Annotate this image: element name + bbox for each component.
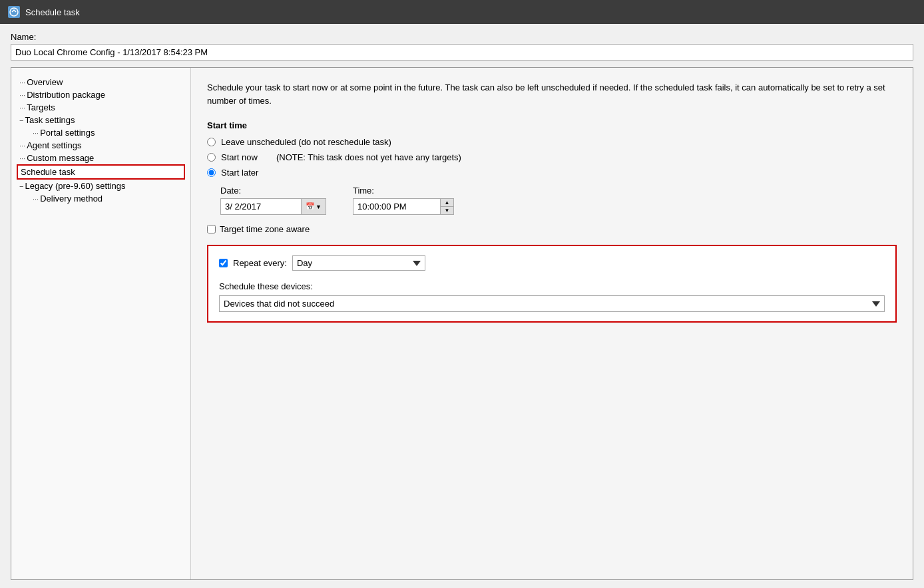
name-section: Name: (11, 32, 913, 61)
repeat-section: Repeat every: Day Week Month Schedule th… (207, 245, 897, 323)
sidebar-item-label: Distribution package (27, 90, 105, 100)
time-spin-down[interactable]: ▼ (441, 207, 453, 214)
sidebar-item-custom-message[interactable]: ··· Custom message (17, 152, 185, 164)
radio-row-leave-unscheduled: Leave unscheduled (do not reschedule tas… (207, 137, 897, 147)
devices-select[interactable]: Devices that did not succeed All devices… (219, 295, 885, 312)
repeat-checkbox[interactable] (219, 259, 228, 267)
tree-connector: ··· (33, 129, 39, 137)
radio-start-now[interactable] (207, 153, 216, 162)
repeat-row: Repeat every: Day Week Month (219, 255, 885, 271)
radio-label-leave-unscheduled: Leave unscheduled (do not reschedule tas… (221, 137, 391, 147)
calendar-icon: 📅 (306, 202, 315, 211)
sidebar-item-label: Targets (27, 102, 55, 112)
sidebar-item-overview[interactable]: ··· Overview (17, 76, 185, 88)
description-text: Schedule your task to start now or at so… (207, 81, 897, 107)
time-label: Time: (353, 186, 454, 196)
timezone-row: Target time zone aware (207, 224, 897, 234)
sidebar-item-targets[interactable]: ··· Targets (17, 101, 185, 114)
start-now-note: (NOTE: This task does not yet have any t… (276, 152, 461, 162)
tree-connector: ··· (19, 78, 25, 86)
radio-start-later[interactable] (207, 168, 216, 177)
date-input[interactable] (221, 199, 301, 214)
main-content: Name: ··· Overview ··· Distribution pack… (0, 24, 924, 588)
date-input-container: 📅 ▼ (220, 198, 326, 215)
sidebar-item-label: Agent settings (27, 140, 81, 150)
title-bar: Schedule task (0, 0, 924, 24)
date-label: Date: (220, 186, 326, 196)
expand-icon: − (19, 116, 23, 124)
tree-connector: ··· (19, 154, 25, 162)
sidebar-item-label: Delivery method (40, 194, 103, 204)
dropdown-arrow: ▼ (316, 204, 322, 210)
tree-connector: ··· (19, 104, 25, 112)
time-spin-up[interactable]: ▲ (441, 199, 453, 207)
radio-row-start-later: Start later (207, 168, 897, 178)
schedule-devices-label: Schedule these devices: (219, 281, 885, 291)
expand-icon: − (19, 182, 23, 190)
tree-connector: ··· (19, 91, 25, 99)
radio-label-start-now: Start now (221, 152, 258, 162)
sidebar-item-label: Custom message (27, 153, 94, 163)
schedule-devices-group: Schedule these devices: Devices that did… (219, 281, 885, 312)
sidebar-item-schedule-task[interactable]: Schedule task (17, 164, 185, 180)
sidebar: ··· Overview ··· Distribution package ··… (11, 68, 191, 579)
repeat-select[interactable]: Day Week Month (292, 255, 425, 271)
time-field-group: Time: ▲ ▼ (353, 186, 454, 215)
radio-label-start-later: Start later (221, 168, 258, 178)
time-input[interactable] (353, 199, 440, 214)
timezone-checkbox[interactable] (207, 225, 216, 233)
svg-point-0 (10, 8, 18, 16)
sidebar-item-agent-settings[interactable]: ··· Agent settings (17, 139, 185, 152)
sidebar-item-label: Schedule task (21, 167, 75, 177)
tree-connector: ··· (33, 195, 39, 203)
sidebar-item-delivery-method[interactable]: ··· Delivery method (17, 192, 185, 205)
sidebar-item-label: Task settings (25, 115, 75, 125)
sidebar-item-distribution-package[interactable]: ··· Distribution package (17, 88, 185, 101)
repeat-label: Repeat every: (233, 258, 287, 268)
timezone-label: Target time zone aware (220, 224, 310, 234)
sidebar-item-legacy-settings[interactable]: − Legacy (pre-9.60) settings (17, 180, 185, 192)
body-section: ··· Overview ··· Distribution package ··… (11, 67, 913, 580)
time-spin: ▲ ▼ (440, 199, 453, 214)
date-time-row: Date: 📅 ▼ Time: ▲ (220, 186, 897, 215)
title-bar-text: Schedule task (25, 7, 80, 17)
name-label: Name: (11, 32, 913, 42)
sidebar-item-label: Portal settings (40, 128, 95, 138)
radio-row-start-now: Start now (NOTE: This task does not yet … (207, 152, 897, 162)
date-field-group: Date: 📅 ▼ (220, 186, 326, 215)
sidebar-item-portal-settings[interactable]: ··· Portal settings (17, 126, 185, 139)
radio-leave-unscheduled[interactable] (207, 138, 216, 146)
start-time-label: Start time (207, 120, 897, 130)
sidebar-item-label: Overview (27, 77, 63, 87)
calendar-button[interactable]: 📅 ▼ (301, 199, 326, 214)
sidebar-item-label: Legacy (pre-9.60) settings (25, 181, 125, 191)
app-icon (8, 6, 20, 18)
sidebar-item-task-settings[interactable]: − Task settings (17, 114, 185, 126)
right-panel: Schedule your task to start now or at so… (191, 68, 913, 579)
tree-connector: ··· (19, 142, 25, 150)
name-input[interactable] (11, 44, 913, 61)
time-input-container: ▲ ▼ (353, 198, 454, 215)
